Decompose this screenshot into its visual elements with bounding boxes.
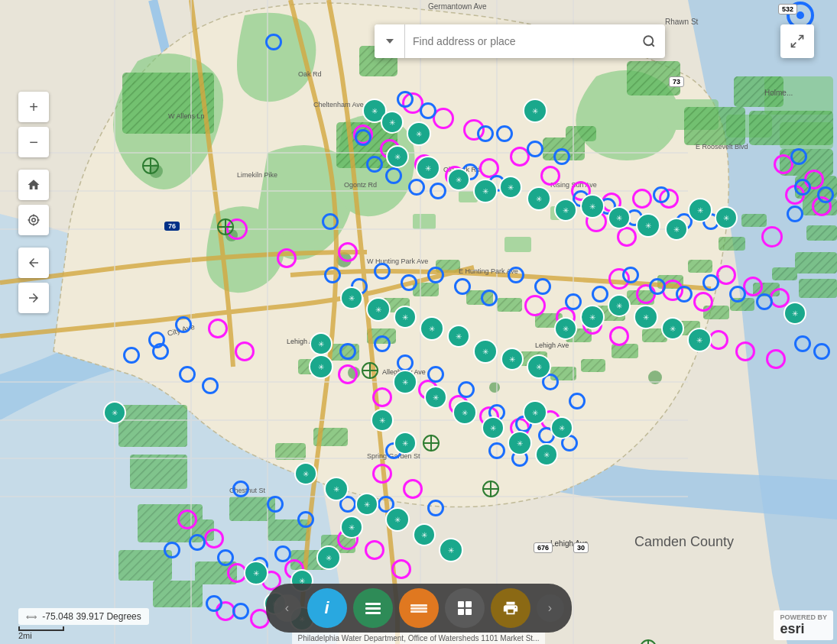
dropdown-arrow-icon	[386, 39, 394, 44]
svg-rect-57	[581, 359, 605, 372]
svg-rect-37	[275, 443, 306, 460]
svg-text:E Roosevelt Blvd: E Roosevelt Blvd	[696, 143, 748, 150]
next-button[interactable]: ›	[537, 594, 564, 622]
svg-text:Rhawn St: Rhawn St	[665, 18, 699, 26]
svg-rect-5	[413, 214, 436, 229]
svg-rect-15	[749, 111, 833, 145]
locate-button[interactable]	[18, 205, 49, 235]
back-icon	[27, 256, 41, 270]
expand-button[interactable]	[780, 24, 814, 58]
svg-rect-19	[566, 126, 596, 141]
search-icon	[642, 34, 656, 48]
svg-text:Oak Rd: Oak Rd	[298, 70, 322, 78]
esri-text: esri	[780, 621, 804, 636]
svg-rect-30	[153, 581, 203, 607]
layer-toggle-button[interactable]	[375, 24, 405, 58]
road-shield-30-south: 30	[573, 542, 589, 553]
attribution-text: Philadelphia Water Department, Office of…	[298, 634, 540, 642]
attribution: Philadelphia Water Department, Office of…	[292, 633, 546, 644]
info-button[interactable]: i	[307, 588, 347, 628]
zoom-out-button[interactable]: −	[18, 127, 49, 157]
map-controls: + −	[18, 92, 49, 316]
bottom-toolbar: ‹ i ›	[266, 584, 572, 633]
coordinates-text: -75.048 39.917 Degrees	[42, 611, 141, 622]
crosshair-marker	[482, 481, 499, 497]
grid-button[interactable]	[445, 588, 485, 628]
svg-text:W Allens Ln: W Allens Ln	[168, 112, 205, 120]
road-shield-76: 76	[164, 222, 180, 231]
svg-line-106	[799, 36, 803, 40]
svg-rect-68	[806, 225, 837, 241]
back-button[interactable]	[18, 248, 49, 278]
zoom-in-button[interactable]: +	[18, 92, 49, 122]
svg-point-104	[644, 36, 653, 45]
search-bar[interactable]	[375, 24, 665, 58]
powered-by-text: POWERED BY	[780, 613, 827, 621]
forward-icon	[27, 291, 41, 305]
map-container[interactable]: Germantown Ave City Ave E Hunting Park A…	[0, 0, 837, 644]
crosshair-marker	[217, 218, 234, 235]
svg-rect-46	[497, 298, 522, 312]
list-button[interactable]	[353, 588, 393, 628]
grid-icon	[458, 601, 472, 615]
svg-text:Lehigh Ave: Lehigh Ave	[535, 341, 569, 349]
search-submit-button[interactable]	[633, 34, 665, 48]
svg-rect-13	[684, 107, 745, 145]
svg-text:Cheltenham Ave: Cheltenham Ave	[313, 101, 364, 108]
forward-button[interactable]	[18, 283, 49, 313]
crosshair-marker	[423, 435, 440, 451]
svg-rect-7	[504, 237, 531, 252]
layers-icon	[410, 604, 427, 613]
info-icon: i	[324, 598, 329, 618]
svg-rect-26	[118, 405, 187, 447]
svg-text:Holme...: Holme...	[764, 89, 793, 97]
scale-bar: 2mi	[18, 626, 64, 640]
svg-rect-52	[688, 260, 712, 273]
svg-rect-66	[799, 279, 837, 298]
svg-point-109	[29, 215, 38, 225]
print-button[interactable]	[491, 588, 530, 628]
svg-rect-54	[741, 214, 767, 227]
scale-label: 2mi	[18, 631, 32, 640]
coordinates-display: ⟺ -75.048 39.917 Degrees	[18, 608, 149, 625]
esri-logo: POWERED BY esri	[774, 610, 833, 640]
svg-text:Limekiln Pike: Limekiln Pike	[237, 171, 277, 179]
home-button[interactable]	[18, 170, 49, 200]
svg-rect-64	[772, 267, 797, 280]
svg-rect-29	[118, 550, 172, 581]
svg-line-107	[792, 43, 796, 47]
road-shield-676: 676	[534, 542, 553, 553]
svg-rect-24	[489, 382, 500, 393]
svg-point-108	[32, 218, 36, 222]
search-input[interactable]	[405, 24, 633, 58]
prev-button[interactable]: ‹	[274, 594, 301, 622]
print-icon	[502, 600, 519, 616]
svg-rect-53	[719, 237, 745, 251]
crosshair-marker	[640, 639, 657, 644]
crosshair-marker	[142, 157, 159, 174]
svg-rect-58	[612, 344, 638, 358]
locate-icon	[27, 213, 41, 227]
crosshair-marker	[362, 362, 378, 379]
svg-rect-65	[795, 252, 837, 273]
camden-county-label: Camden County	[634, 534, 734, 549]
svg-rect-27	[130, 455, 187, 489]
home-icon	[27, 178, 41, 192]
expand-icon	[790, 34, 805, 49]
list-icon	[365, 603, 381, 614]
svg-text:Germantown Ave: Germantown Ave	[428, 2, 487, 11]
road-shield-73: 73	[669, 76, 684, 87]
road-shield-532: 532	[778, 4, 797, 15]
svg-line-105	[651, 44, 654, 46]
layers-button[interactable]	[399, 588, 439, 628]
svg-text:Ogontz Rd: Ogontz Rd	[344, 181, 377, 189]
